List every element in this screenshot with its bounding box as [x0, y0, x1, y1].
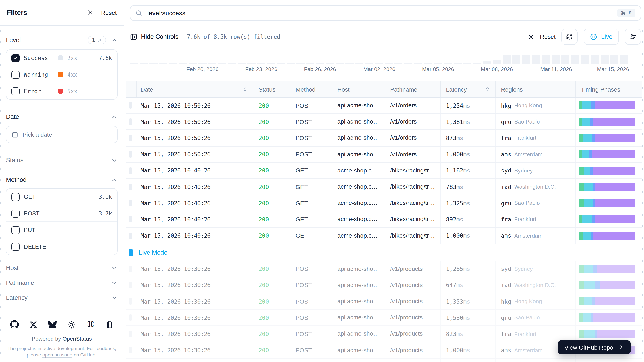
timing-segment-1 [584, 265, 594, 273]
github-icon[interactable] [10, 320, 19, 329]
command-icon[interactable]: ⌘ [86, 320, 94, 329]
checkbox[interactable] [12, 193, 20, 201]
view-github-repo-button[interactable]: View GitHub Repo [558, 340, 631, 354]
book-icon[interactable] [106, 320, 113, 328]
table-row[interactable]: Mar 15, 2026 10:30:26200POSTapi.acme-sho… [126, 261, 642, 277]
row-select-cell[interactable] [126, 163, 136, 178]
region-name: Frankfurt [514, 135, 536, 141]
histogram-bar [306, 62, 314, 64]
timing-segment-3 [597, 330, 635, 338]
view-options-button[interactable] [625, 28, 641, 45]
row-select-cell[interactable] [126, 130, 136, 146]
requests-histogram[interactable] [130, 52, 628, 64]
column-header-latency[interactable]: Latency [441, 81, 496, 97]
search-bar[interactable]: ⌘ K [130, 5, 641, 21]
level-option-warning[interactable]: Warning4xx [6, 66, 117, 82]
cell-pathname: /v1/products [385, 294, 441, 309]
row-select-cell[interactable] [126, 98, 136, 113]
openstatus-link[interactable]: OpenStatus [62, 336, 92, 342]
row-select-cell[interactable] [126, 179, 136, 195]
section-header-latency[interactable]: Latency [6, 294, 118, 302]
region-name: Amsterdam [514, 347, 543, 353]
sort-icon[interactable] [242, 86, 248, 92]
section-header-pathname[interactable]: Pathname [6, 278, 118, 287]
method-option-get[interactable]: GET3.9k [6, 189, 117, 205]
row-select-cell[interactable] [126, 342, 136, 358]
refresh-button[interactable] [562, 28, 578, 45]
sun-icon[interactable] [68, 320, 76, 328]
histogram-bar [394, 62, 403, 64]
table-row[interactable]: Mar 15, 2026 10:30:26200POSTapi.acme-sho… [126, 310, 642, 326]
row-select-cell[interactable] [126, 212, 136, 227]
table-row[interactable]: Mar 15, 2026 10:30:26200POSTapi.acme-sho… [126, 326, 642, 342]
level-status-code: 4xx [67, 71, 77, 78]
open-issue-link[interactable]: open an issue [42, 352, 72, 358]
reset-button[interactable]: Reset [540, 33, 556, 40]
row-level-pill [129, 232, 132, 239]
panel-resize-handle-left[interactable] [0, 30, 1, 360]
checkbox[interactable] [12, 242, 20, 251]
section-header-status[interactable]: Status [6, 156, 118, 164]
level-filter-badge[interactable]: 1 [88, 36, 106, 44]
table-row[interactable]: Mar 15, 2026 10:40:26200GETacme-shop.com… [126, 195, 642, 211]
method-option-put[interactable]: PUT [6, 222, 117, 238]
checkbox[interactable] [12, 209, 20, 218]
cell-status: 200 [254, 326, 290, 342]
checkbox[interactable] [12, 70, 20, 78]
row-select-cell[interactable] [126, 310, 136, 326]
sort-icon[interactable] [485, 86, 490, 92]
table-row[interactable]: Mar 15, 2026 10:50:26200POSTapi.acme-sho… [126, 114, 642, 130]
checkbox[interactable] [12, 87, 20, 95]
clear-filters-icon[interactable] [528, 34, 534, 40]
cell-date: Mar 15, 2026 10:50:26 [136, 130, 254, 146]
live-mode-row[interactable]: Live Mode [126, 244, 642, 261]
region-code: fra [501, 216, 511, 223]
checkbox[interactable] [12, 54, 20, 62]
live-indicator-icon [129, 249, 133, 256]
row-select-cell[interactable] [126, 195, 136, 211]
table-row[interactable]: Mar 15, 2026 10:50:26200POSTapi.acme-sho… [126, 146, 642, 162]
live-button[interactable]: Live [584, 28, 619, 45]
x-logo-icon[interactable] [30, 321, 37, 328]
row-select-cell[interactable] [126, 277, 136, 293]
table-row[interactable]: Mar 15, 2026 10:40:26200GETacme-shop.com… [126, 163, 642, 179]
table-row[interactable]: Mar 15, 2026 10:40:26200GETacme-shop.com… [126, 228, 642, 244]
close-filters-icon[interactable] [87, 9, 94, 16]
table-row[interactable]: Mar 15, 2026 10:30:26200POSTapi.acme-sho… [126, 277, 642, 294]
row-select-cell[interactable] [126, 146, 136, 162]
method-option-delete[interactable]: DELETE [6, 238, 117, 255]
row-select-cell[interactable] [126, 228, 136, 244]
section-header-level[interactable]: Level 1 [6, 36, 118, 44]
row-select-cell[interactable] [126, 294, 136, 309]
cell-pathname: /v1/orders [385, 130, 441, 146]
row-level-pill [129, 266, 132, 272]
level-option-success[interactable]: Success2xx7.6k [6, 50, 117, 66]
checkbox[interactable] [12, 226, 20, 234]
level-option-error[interactable]: Error5xx [6, 82, 117, 99]
filters-reset-button[interactable]: Reset [101, 9, 117, 16]
timing-segment-2 [594, 199, 595, 207]
method-option-post[interactable]: POST3.7k [6, 205, 117, 222]
table-row[interactable]: Mar 15, 2026 10:40:26200GETacme-shop.com… [126, 212, 642, 228]
row-select-cell[interactable] [126, 326, 136, 342]
histogram-bar [571, 54, 579, 64]
section-header-date[interactable]: Date [6, 112, 118, 121]
powered-by-line: Powered by OpenStatus [0, 336, 124, 342]
table-row[interactable]: Mar 15, 2026 10:40:26200GETacme-shop.com… [126, 179, 642, 195]
hide-controls-button[interactable]: Hide Controls [130, 33, 178, 40]
row-select-cell[interactable] [126, 114, 136, 130]
table-row[interactable]: Mar 15, 2026 10:50:26200POSTapi.acme-sho… [126, 98, 642, 114]
section-header-method[interactable]: Method [6, 176, 118, 184]
row-select-cell[interactable] [126, 261, 136, 276]
table-row[interactable]: Mar 15, 2026 10:50:26200POSTapi.acme-sho… [126, 130, 642, 146]
bluesky-icon[interactable] [48, 321, 56, 328]
search-input[interactable] [146, 9, 613, 17]
column-header-date[interactable]: Date [136, 81, 254, 97]
histogram-date-axis: Feb 20, 2026Feb 23, 2026Feb 26, 2026Mar … [130, 66, 641, 73]
section-header-host[interactable]: Host [6, 264, 118, 272]
row-select-cell[interactable] [126, 358, 136, 362]
table-row[interactable]: Mar 15, 2026 10:20:26200POSTapi.acme-sho… [126, 358, 642, 362]
table-row[interactable]: Mar 15, 2026 10:30:26200POSTapi.acme-sho… [126, 294, 642, 310]
histogram-bar [356, 62, 364, 64]
date-picker-field[interactable]: Pick a date [6, 126, 118, 143]
